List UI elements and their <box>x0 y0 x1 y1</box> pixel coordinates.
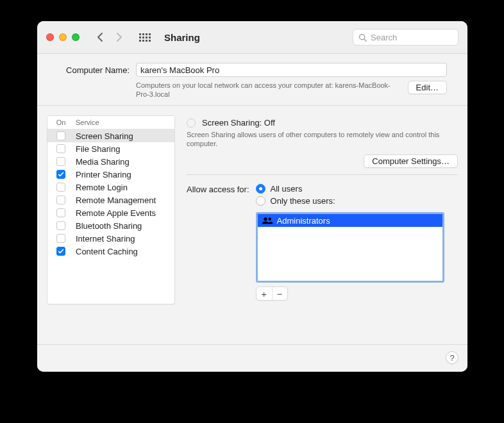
allow-only-users-option[interactable]: Only these users: <box>256 196 444 206</box>
allow-access-row: Allow access for: All users Only these u… <box>187 184 458 301</box>
service-checkbox[interactable] <box>56 247 65 256</box>
service-row[interactable]: Screen Sharing <box>47 129 174 142</box>
allow-all-users-option[interactable]: All users <box>256 184 444 194</box>
search-field[interactable] <box>353 29 458 46</box>
service-row[interactable]: Printer Sharing <box>47 168 174 181</box>
service-label: Remote Apple Events <box>74 208 156 218</box>
minimize-window-button[interactable] <box>59 33 67 41</box>
search-input[interactable] <box>369 32 453 43</box>
service-checkbox[interactable] <box>56 170 65 179</box>
allow-access-label: Allow access for: <box>187 184 249 301</box>
svg-point-2 <box>264 217 267 220</box>
service-row[interactable]: Remote Login <box>47 181 174 194</box>
zoom-window-button[interactable] <box>72 33 80 41</box>
services-header-on: On <box>47 119 74 126</box>
grid-icon <box>139 33 151 42</box>
group-icon <box>262 216 273 225</box>
service-checkbox[interactable] <box>56 131 65 140</box>
service-checkbox[interactable] <box>56 157 65 166</box>
service-row[interactable]: Internet Sharing <box>47 232 174 245</box>
computer-name-note: Computers on your local network can acce… <box>136 81 401 99</box>
users-list-box[interactable]: Administrators <box>256 212 444 283</box>
svg-point-3 <box>268 218 271 221</box>
service-checkbox[interactable] <box>56 144 65 153</box>
service-label: Media Sharing <box>74 157 130 167</box>
service-row[interactable]: Media Sharing <box>47 155 174 168</box>
window-controls <box>46 33 80 41</box>
edit-hostname-button[interactable]: Edit… <box>408 81 447 94</box>
service-row[interactable]: Remote Management <box>47 194 174 206</box>
allow-all-users-label: All users <box>271 184 303 194</box>
service-label: Remote Login <box>74 183 128 192</box>
users-list-item-label: Administrators <box>277 216 330 226</box>
service-label: Internet Sharing <box>74 234 135 244</box>
service-label: Screen Sharing <box>74 131 133 141</box>
pane-title: Sharing <box>164 32 200 43</box>
service-label: Bluetooth Sharing <box>74 221 142 231</box>
service-label: Content Caching <box>74 247 138 256</box>
svg-line-1 <box>364 38 366 40</box>
service-status-title: Screen Sharing: Off <box>202 118 275 128</box>
chevron-left-icon <box>97 33 105 42</box>
footer-separator <box>37 344 467 345</box>
detail-divider <box>187 174 458 175</box>
help-button[interactable]: ? <box>446 351 458 364</box>
service-row[interactable]: Bluetooth Sharing <box>47 219 174 232</box>
enable-service-radio-disabled <box>187 119 196 128</box>
allow-only-users-label: Only these users: <box>271 196 335 206</box>
computer-name-section: Computer Name: karen's MacBook Pro Compu… <box>37 54 467 106</box>
service-checkbox[interactable] <box>56 195 65 204</box>
user-list-buttons: + − <box>256 286 288 301</box>
add-user-button[interactable]: + <box>256 287 272 300</box>
chevron-right-icon <box>115 33 122 42</box>
close-window-button[interactable] <box>46 33 54 41</box>
service-label: Remote Management <box>74 195 156 205</box>
service-checkbox[interactable] <box>56 183 65 192</box>
services-list[interactable]: Screen SharingFile SharingMedia SharingP… <box>47 129 174 304</box>
service-row[interactable]: File Sharing <box>47 142 174 155</box>
radio-selected-icon <box>256 184 265 194</box>
service-row[interactable]: Content Caching <box>47 245 174 258</box>
toolbar: Sharing <box>37 21 467 54</box>
radio-unselected-icon <box>256 196 265 206</box>
service-label: Printer Sharing <box>74 170 131 179</box>
service-checkbox[interactable] <box>56 208 65 217</box>
computer-name-field[interactable]: karen's MacBook Pro <box>136 63 447 77</box>
service-row[interactable]: Remote Apple Events <box>47 206 174 219</box>
forward-button[interactable] <box>110 29 127 45</box>
service-description: Screen Sharing allows users of other com… <box>187 130 458 148</box>
computer-settings-button[interactable]: Computer Settings… <box>364 154 458 168</box>
check-icon <box>58 171 64 178</box>
check-icon <box>58 248 64 254</box>
computer-name-label: Computer Name: <box>58 65 130 75</box>
users-list-item[interactable]: Administrators <box>258 214 442 227</box>
back-button[interactable] <box>92 29 109 45</box>
service-detail-pane: Screen Sharing: Off Screen Sharing allow… <box>187 115 458 362</box>
service-label: File Sharing <box>74 144 120 154</box>
services-header-service: Service <box>74 119 99 126</box>
search-icon <box>358 33 367 42</box>
nav-buttons <box>92 29 127 45</box>
service-checkbox[interactable] <box>56 234 65 243</box>
sharing-preferences-window: Sharing Computer Name: karen's MacBook P… <box>37 21 467 372</box>
main-area: On Service Screen SharingFile SharingMed… <box>37 106 467 372</box>
remove-user-button[interactable]: − <box>272 287 287 300</box>
show-all-button[interactable] <box>137 29 153 45</box>
services-table: On Service Screen SharingFile SharingMed… <box>47 115 175 304</box>
service-checkbox[interactable] <box>56 221 65 230</box>
